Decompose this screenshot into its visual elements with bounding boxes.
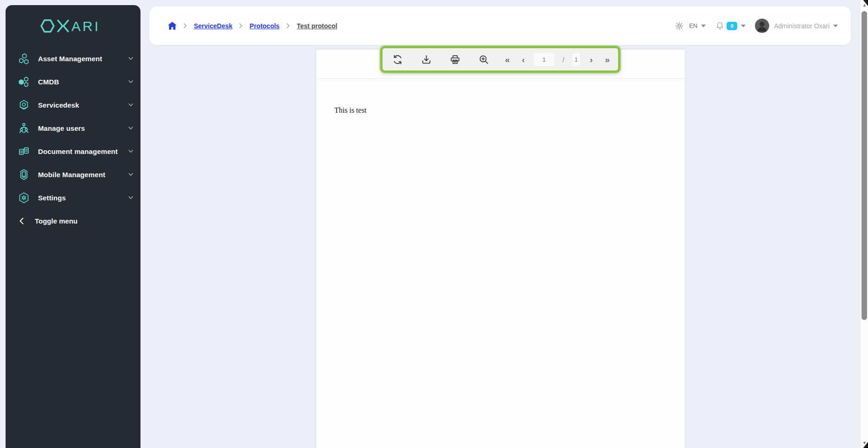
svg-text:ARI: ARI — [71, 19, 100, 34]
caret-down-icon[interactable] — [741, 25, 746, 27]
document-text: This is test — [334, 106, 366, 114]
zoom-in-button[interactable] — [478, 53, 490, 66]
chevron-down-icon — [128, 80, 133, 83]
gear-hexagon-icon — [18, 192, 30, 204]
caret-down-icon[interactable] — [833, 25, 838, 27]
org-users-icon — [18, 122, 30, 134]
chevron-down-icon — [128, 103, 133, 107]
chevron-right-icon — [184, 23, 187, 28]
sidebar: ARI Asset Management — [6, 5, 140, 448]
chevron-right-icon — [287, 23, 290, 28]
chevron-left-icon — [19, 218, 24, 224]
sidebar-item-label: CMDB — [38, 78, 128, 86]
headset-hexagon-icon — [18, 99, 30, 111]
print-button[interactable] — [449, 53, 461, 66]
sidebar-item-document-management[interactable]: Document management — [6, 140, 140, 163]
bell-icon — [716, 21, 724, 30]
refresh-button[interactable] — [391, 53, 404, 66]
user-avatar[interactable] — [755, 19, 769, 33]
chevron-down-icon — [128, 127, 133, 130]
sidebar-item-label: Manage users — [38, 124, 128, 132]
oxari-logo-icon: ARI — [39, 17, 107, 35]
chevron-down-icon — [128, 150, 133, 153]
next-page-button[interactable]: › — [589, 55, 594, 64]
breadcrumb-link-protocols[interactable]: Protocols — [249, 22, 280, 30]
sidebar-item-label: Servicedesk — [38, 101, 128, 109]
sidebar-nav: Asset Management CMDB — [6, 47, 140, 232]
last-page-button[interactable]: » — [604, 55, 611, 64]
language-selector[interactable]: EN — [689, 22, 697, 29]
notification-count-badge: 0 — [727, 22, 737, 30]
sidebar-item-manage-users[interactable]: Manage users — [6, 116, 140, 140]
breadcrumb: ServiceDesk Protocols Test protocol — [168, 22, 338, 30]
sidebar-item-label: Document management — [38, 147, 128, 155]
hexagon-nodes-icon — [18, 76, 30, 88]
breadcrumb-current-test-protocol: Test protocol — [297, 22, 338, 30]
breadcrumb-link-servicedesk[interactable]: ServiceDesk — [194, 22, 232, 30]
sidebar-item-label: Settings — [38, 194, 128, 202]
top-bar: ServiceDesk Protocols Test protocol EN — [149, 6, 851, 45]
home-icon[interactable] — [168, 22, 177, 30]
notifications[interactable]: 0 — [716, 21, 737, 30]
sidebar-item-mobile-management[interactable]: Mobile Management — [6, 163, 140, 186]
header-tools: EN 0 Administrator Oxari — [675, 19, 838, 33]
app-logo[interactable]: ARI — [6, 5, 140, 39]
sidebar-item-settings[interactable]: Settings — [6, 186, 140, 209]
mobile-shield-icon — [18, 168, 30, 181]
sidebar-item-label: Asset Management — [38, 55, 128, 63]
page-separator: / — [562, 56, 564, 64]
toggle-menu-label: Toggle menu — [35, 217, 77, 225]
user-name[interactable]: Administrator Oxari — [774, 22, 830, 30]
sidebar-item-asset-management[interactable]: Asset Management — [6, 47, 140, 70]
document-viewer: This is test — [316, 50, 685, 448]
sidebar-item-cmdb[interactable]: CMDB — [6, 70, 140, 93]
gear-icon[interactable] — [675, 22, 683, 30]
sidebar-item-servicedesk[interactable]: Servicedesk — [6, 93, 140, 116]
chevron-down-icon — [128, 57, 133, 60]
page-total: 1 — [572, 52, 581, 67]
chevron-down-icon — [128, 196, 133, 199]
document-page: This is test — [316, 79, 685, 115]
toggle-menu-button[interactable]: Toggle menu — [6, 209, 140, 232]
caret-down-icon[interactable] — [701, 25, 706, 27]
scrollbar-thumb[interactable] — [862, 11, 867, 320]
sidebar-item-label: Mobile Management — [38, 171, 128, 179]
page-number-input[interactable] — [533, 52, 555, 67]
chevron-right-icon — [239, 23, 243, 28]
first-page-button[interactable]: « — [504, 55, 511, 64]
previous-page-button[interactable]: ‹ — [521, 55, 526, 64]
page-scrollbar[interactable]: ▲ ▼ — [860, 0, 868, 448]
documents-icon — [18, 145, 30, 158]
chevron-down-icon — [128, 173, 133, 176]
download-button[interactable] — [420, 53, 433, 66]
pdf-toolbar-highlighted: « ‹ / 1 › » — [380, 46, 620, 73]
hexagon-cluster-icon — [18, 52, 30, 65]
